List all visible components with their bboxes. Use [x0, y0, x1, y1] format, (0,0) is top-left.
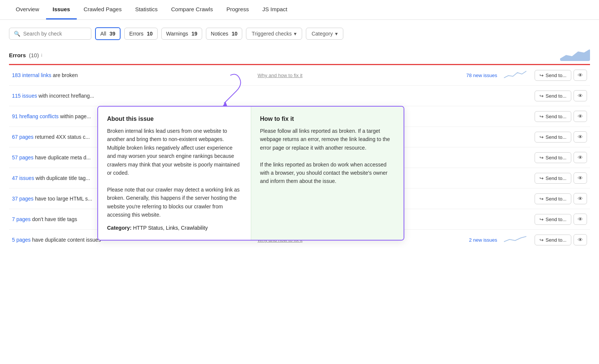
send-icon: ↪ — [539, 237, 544, 243]
search-box[interactable]: 🔍 — [9, 28, 91, 40]
send-icon: ↪ — [539, 93, 544, 99]
popup-about: About this issue Broken internal links l… — [98, 107, 251, 240]
eye-icon: 👁 — [578, 134, 583, 140]
actions-cell: ↪ Send to... 👁 — [530, 147, 590, 168]
send-icon: ↪ — [539, 175, 544, 181]
nav-crawled-pages[interactable]: Crawled Pages — [77, 0, 128, 19]
eye-button[interactable]: 👁 — [574, 152, 587, 163]
chart-cell — [500, 230, 530, 250]
new-issues-badge: 2 new issues — [469, 237, 497, 243]
eye-button[interactable]: 👁 — [574, 131, 587, 143]
issue-cell: 115 issues with incorrect hreflang... — [9, 86, 255, 106]
errors-section-header: Errors (10) i — [9, 49, 590, 65]
filter-bar: 🔍 All 39 Errors 10 Warnings 19 Notices 1… — [9, 27, 590, 40]
send-icon: ↪ — [539, 134, 544, 140]
send-to-button[interactable]: ↪ Send to... — [535, 193, 571, 204]
actions-cell: ↪ Send to... 👁 — [530, 86, 590, 106]
actions-cell: ↪ Send to... 👁 — [530, 168, 590, 189]
info-icon[interactable]: i — [41, 52, 42, 58]
eye-button[interactable]: 👁 — [574, 90, 587, 101]
table-row: 183 internal links are broken Why and ho… — [9, 65, 590, 86]
issue-link[interactable]: 91 hreflang conflicts — [12, 113, 59, 119]
mini-chart — [504, 235, 526, 244]
send-icon: ↪ — [539, 73, 544, 78]
eye-button[interactable]: 👁 — [574, 111, 587, 122]
popup-fix-body: Please follow all links reported as brok… — [260, 127, 395, 186]
eye-icon: 👁 — [578, 72, 583, 78]
send-icon: ↪ — [539, 196, 544, 202]
eye-icon: 👁 — [578, 196, 583, 202]
eye-button[interactable]: 👁 — [574, 234, 587, 245]
eye-button[interactable]: 👁 — [574, 193, 587, 204]
nav-js-impact[interactable]: JS Impact — [256, 0, 294, 19]
send-to-button[interactable]: ↪ Send to... — [535, 111, 571, 122]
actions-cell: ↪ Send to... 👁 — [530, 230, 590, 250]
send-to-button[interactable]: ↪ Send to... — [535, 70, 571, 81]
nav-compare-crawls[interactable]: Compare Crawls — [164, 0, 220, 19]
send-to-button[interactable]: ↪ Send to... — [535, 214, 571, 225]
chevron-down-icon: ▾ — [294, 31, 297, 37]
actions-cell: ↪ Send to... 👁 — [530, 106, 590, 127]
nav-bar: Overview Issues Crawled Pages Statistics… — [0, 0, 599, 20]
why-fix-link[interactable]: Why and how to fix it — [258, 73, 302, 78]
why-fix-cell: Why and how to fix it — [255, 65, 395, 86]
errors-chart-thumb — [560, 49, 590, 61]
eye-icon: 👁 — [578, 216, 583, 222]
popup-about-body: Broken internal links lead users from on… — [107, 127, 242, 219]
chevron-down-icon: ▾ — [335, 31, 338, 37]
popup-fix-title: How to fix it — [260, 116, 395, 122]
eye-button[interactable]: 👁 — [574, 172, 587, 184]
send-icon: ↪ — [539, 155, 544, 160]
eye-icon: 👁 — [578, 155, 583, 160]
issue-link[interactable]: 7 pages — [12, 216, 31, 222]
new-issues-cell: 2 new issues — [395, 230, 500, 250]
main-content: 🔍 All 39 Errors 10 Warnings 19 Notices 1… — [0, 20, 599, 257]
send-to-button[interactable]: ↪ Send to... — [535, 132, 571, 143]
nav-progress[interactable]: Progress — [220, 0, 256, 19]
issue-link[interactable]: 57 pages — [12, 155, 34, 160]
issue-link[interactable]: 5 pages — [12, 237, 31, 243]
eye-button[interactable]: 👁 — [574, 70, 587, 81]
nav-issues[interactable]: Issues — [46, 0, 77, 19]
actions-cell: ↪ Send to... 👁 — [530, 209, 590, 230]
filter-warnings-button[interactable]: Warnings 19 — [161, 28, 202, 40]
actions-cell: ↪ Send to... 👁 — [530, 127, 590, 147]
actions-cell: ↪ Send to... 👁 — [530, 189, 590, 209]
issue-link[interactable]: 67 pages — [12, 134, 34, 140]
send-to-button[interactable]: ↪ Send to... — [535, 173, 571, 184]
issue-link[interactable]: 115 issues — [12, 93, 37, 99]
send-icon: ↪ — [539, 114, 544, 119]
eye-icon: 👁 — [578, 113, 583, 119]
nav-overview[interactable]: Overview — [9, 0, 46, 19]
filter-notices-button[interactable]: Notices 10 — [206, 28, 242, 40]
errors-title: Errors (10) — [9, 52, 39, 58]
issue-detail-popup: About this issue Broken internal links l… — [97, 106, 404, 241]
filter-errors-button[interactable]: Errors 10 — [124, 28, 158, 40]
popup-category: Category: HTTP Status, Links, Crawlabili… — [107, 225, 242, 231]
triggered-checks-dropdown[interactable]: Triggered checks ▾ — [246, 28, 302, 40]
issue-link[interactable]: 37 pages — [12, 196, 34, 202]
category-dropdown[interactable]: Category ▾ — [306, 28, 343, 40]
send-to-button[interactable]: ↪ Send to... — [535, 235, 571, 245]
eye-button[interactable]: 👁 — [574, 214, 587, 225]
issue-link[interactable]: 183 internal links — [12, 72, 51, 78]
send-to-button[interactable]: ↪ Send to... — [535, 152, 571, 163]
popup-about-title: About this issue — [107, 116, 242, 122]
search-input[interactable] — [23, 31, 86, 37]
issue-cell: 183 internal links are broken — [9, 65, 255, 86]
actions-cell: ↪ Send to... 👁 — [530, 65, 590, 86]
new-issues-cell: 78 new issues — [395, 65, 500, 86]
new-issues-badge: 78 new issues — [466, 73, 497, 78]
eye-icon: 👁 — [578, 175, 583, 181]
send-to-button[interactable]: ↪ Send to... — [535, 91, 571, 101]
popup-how-to-fix: How to fix it Please follow all links re… — [251, 107, 404, 240]
eye-icon: 👁 — [578, 93, 583, 99]
filter-all-button[interactable]: All 39 — [95, 27, 121, 40]
nav-statistics[interactable]: Statistics — [128, 0, 164, 19]
eye-icon: 👁 — [578, 237, 583, 243]
search-icon: 🔍 — [14, 31, 20, 37]
issue-link[interactable]: 47 issues — [12, 175, 34, 181]
mini-chart — [504, 70, 526, 79]
chart-cell — [500, 65, 530, 86]
send-icon: ↪ — [539, 217, 544, 222]
